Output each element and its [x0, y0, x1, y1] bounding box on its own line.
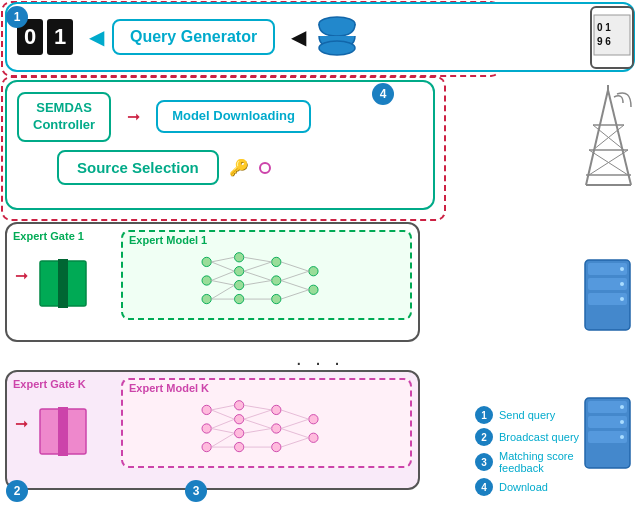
- svg-point-61: [234, 414, 243, 423]
- lock-symbol: 🔑: [229, 158, 249, 177]
- server-icon-1: [580, 255, 635, 338]
- svg-point-1: [319, 41, 355, 55]
- svg-line-35: [211, 280, 234, 285]
- svg-line-69: [211, 405, 234, 410]
- svg-line-82: [280, 428, 308, 437]
- legend-item-3: 3 Matching scorefeedback: [475, 450, 635, 474]
- svg-point-22: [202, 294, 211, 303]
- svg-point-64: [271, 405, 280, 414]
- badge-4: 4: [372, 83, 394, 105]
- svg-rect-19: [58, 259, 68, 308]
- svg-line-72: [211, 428, 234, 433]
- svg-line-78: [243, 428, 271, 433]
- legend-item-1: 1 Send query: [475, 406, 635, 424]
- svg-rect-18: [66, 261, 86, 306]
- svg-line-75: [243, 405, 271, 410]
- semdas-controller-box: SEMDASController: [17, 92, 111, 142]
- svg-point-25: [234, 280, 243, 289]
- legend-badge-2: 2: [475, 428, 493, 446]
- arrow-db-left: ◀: [291, 25, 306, 49]
- expert-gate-k-label: Expert Gate K: [13, 378, 86, 390]
- expert-k-inner: Expert Gate K ➞ Expert Model K: [13, 378, 412, 468]
- svg-point-65: [271, 423, 280, 432]
- book-pink-icon: [38, 404, 88, 459]
- svg-rect-54: [40, 409, 60, 454]
- svg-line-45: [280, 280, 308, 289]
- svg-line-80: [280, 409, 308, 418]
- svg-point-28: [271, 275, 280, 284]
- arrow-counter-left: ◀: [89, 25, 104, 49]
- middle-row: SEMDASController ➞ Model Downloading Sou…: [5, 80, 435, 210]
- svg-line-41: [243, 280, 271, 285]
- svg-line-40: [243, 271, 271, 280]
- svg-line-32: [211, 257, 234, 262]
- svg-line-38: [243, 257, 271, 262]
- model-downloading-label: Model Downloading: [172, 108, 295, 123]
- semdas-label: SEMDASController: [33, 100, 95, 132]
- svg-rect-3: [594, 15, 630, 55]
- legend-text-2: Broadcast query: [499, 431, 579, 443]
- legend-text-1: Send query: [499, 409, 555, 421]
- svg-point-31: [308, 285, 317, 294]
- svg-rect-17: [40, 261, 60, 306]
- top-row: 0 1 ◀ Query Generator ◀: [5, 2, 635, 72]
- svg-point-58: [202, 423, 211, 432]
- svg-line-44: [280, 271, 308, 280]
- svg-point-27: [271, 257, 280, 266]
- neural-net-k: [192, 396, 342, 461]
- svg-line-71: [211, 419, 234, 428]
- svg-text:9 6: 9 6: [597, 36, 611, 47]
- database-icon: [314, 14, 360, 60]
- svg-point-21: [202, 275, 211, 284]
- svg-line-73: [211, 433, 234, 447]
- badge-3: 3: [185, 480, 207, 502]
- legend-item-4: 4 Download: [475, 478, 635, 496]
- expert-box-1: Expert Gate 1 ➞ Expert Model 1: [5, 222, 420, 342]
- book-green-icon: [38, 256, 88, 311]
- expert-box-k: Expert Gate K ➞ Expert Model K: [5, 370, 420, 490]
- legend-text-3: Matching scorefeedback: [499, 450, 574, 474]
- expert-gate-k-area: Expert Gate K ➞: [13, 378, 113, 468]
- svg-line-83: [280, 437, 308, 446]
- svg-point-62: [234, 428, 243, 437]
- legend-badge-1: 1: [475, 406, 493, 424]
- source-selection-box: Source Selection: [57, 150, 219, 186]
- legend-item-2: 2 Broadcast query: [475, 428, 635, 446]
- svg-point-53: [620, 297, 624, 301]
- svg-point-57: [202, 405, 211, 414]
- svg-point-30: [308, 266, 317, 275]
- main-container: 0 1 ◀ Query Generator ◀ 1 0 1 9 6: [0, 0, 640, 510]
- svg-line-34: [211, 271, 234, 280]
- svg-point-68: [308, 433, 317, 442]
- dots-separator: . . .: [296, 347, 344, 370]
- neural-net-1: [192, 248, 342, 313]
- dashed-arrow-gatek: ➞: [15, 414, 28, 433]
- svg-line-77: [243, 419, 271, 428]
- svg-point-23: [234, 252, 243, 261]
- svg-point-26: [234, 294, 243, 303]
- model-downloading-box: Model Downloading: [156, 100, 311, 133]
- badge-1: 1: [6, 6, 28, 28]
- svg-rect-56: [58, 407, 68, 456]
- expert-model-1-area: Expert Model 1: [121, 230, 412, 320]
- svg-point-51: [620, 267, 624, 271]
- svg-line-33: [211, 261, 234, 270]
- legend-badge-3: 3: [475, 453, 493, 471]
- middle-inner-row: SEMDASController ➞ Model Downloading: [17, 92, 423, 142]
- svg-point-60: [234, 400, 243, 409]
- svg-point-63: [234, 442, 243, 451]
- svg-point-20: [202, 257, 211, 266]
- source-row: Source Selection 🔑: [57, 150, 423, 186]
- expert-model-1-label: Expert Model 1: [129, 234, 207, 246]
- svg-line-39: [243, 261, 271, 270]
- svg-line-76: [243, 409, 271, 418]
- svg-line-36: [211, 285, 234, 299]
- expert-model-k-area: Expert Model K: [121, 378, 412, 468]
- expert-model-k-label: Expert Model K: [129, 382, 209, 394]
- source-selection-label: Source Selection: [77, 159, 199, 176]
- dashed-arrow-gate1: ➞: [15, 266, 28, 285]
- query-generator-label: Query Generator: [130, 28, 257, 45]
- expert-gate-1-label: Expert Gate 1: [13, 230, 84, 242]
- svg-line-6: [586, 90, 608, 185]
- counter-display: 0 1: [17, 19, 73, 55]
